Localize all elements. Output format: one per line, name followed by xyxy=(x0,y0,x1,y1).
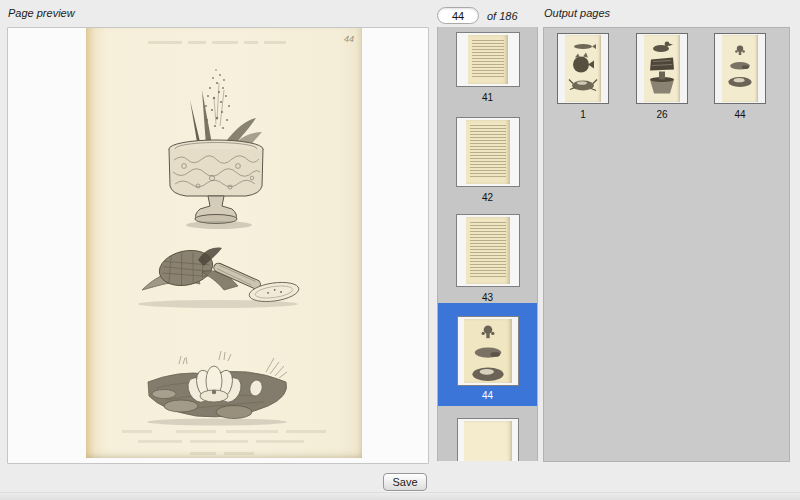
thumbnail-label: 44 xyxy=(438,390,537,401)
duck-basket-plate-thumbnail xyxy=(644,35,680,102)
page-thumbnail-list[interactable]: 41 42 43 xyxy=(437,27,538,461)
thumbnail-page-42[interactable]: 42 xyxy=(438,117,537,187)
thumbnail-page-45[interactable] xyxy=(438,418,537,461)
text-page-thumbnail xyxy=(466,217,510,284)
thumbnail-label: 41 xyxy=(438,92,537,103)
scanned-page-preview: 44 xyxy=(86,28,362,458)
page-number-input[interactable] xyxy=(437,7,479,24)
output-pages-label: Output pages xyxy=(544,7,610,19)
output-page-1[interactable]: 1 xyxy=(557,33,609,104)
output-page-label: 1 xyxy=(557,109,609,120)
engraved-plate-illustration xyxy=(86,28,362,458)
output-page-label: 44 xyxy=(714,109,766,120)
page-count-label: of 186 xyxy=(487,10,518,22)
page-preview-panel: 44 xyxy=(7,27,429,464)
save-button[interactable]: Save xyxy=(383,473,427,491)
output-page-26[interactable]: 26 xyxy=(636,33,688,104)
pencil-page-annotation: 44 xyxy=(344,34,355,45)
text-page-thumbnail xyxy=(468,35,508,84)
output-page-label: 26 xyxy=(636,109,688,120)
blank-page-thumbnail xyxy=(464,421,512,461)
text-page-thumbnail xyxy=(466,120,510,184)
thumbnail-label: 42 xyxy=(438,192,537,203)
window-bottom-edge xyxy=(0,492,800,500)
thumbnail-page-44-selected[interactable]: 44 xyxy=(438,316,537,386)
thumbnail-label: 43 xyxy=(438,292,537,303)
app-window: { "header": { "preview_label": "Page pre… xyxy=(0,0,800,500)
thumbnail-page-41[interactable]: 41 xyxy=(438,32,537,87)
output-pages-panel: 1 26 xyxy=(543,27,790,462)
thumbnail-page-43[interactable]: 43 xyxy=(438,214,537,287)
fish-plate-thumbnail xyxy=(565,35,601,102)
plate-page-thumbnail xyxy=(464,319,512,383)
output-page-44[interactable]: 44 xyxy=(714,33,766,104)
page-preview-label: Page preview xyxy=(8,7,75,19)
vase-plate-thumbnail xyxy=(722,35,758,102)
